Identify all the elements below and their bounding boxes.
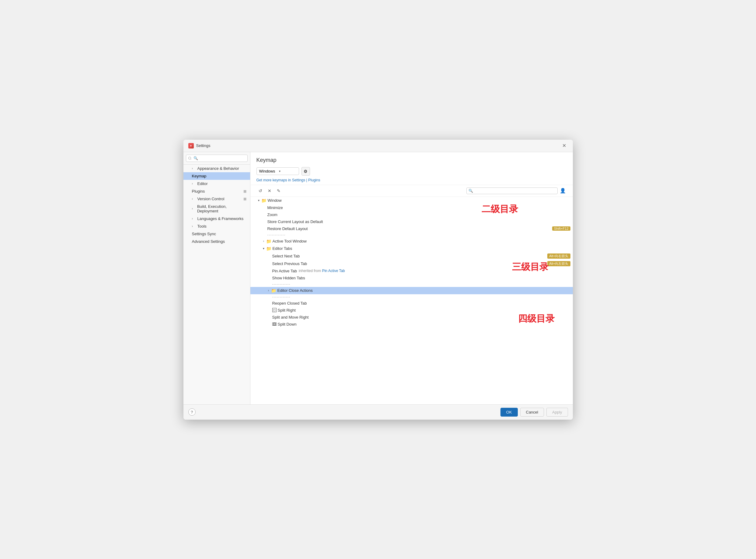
sidebar-search-input[interactable] [186, 155, 248, 162]
item-label: Reopen Closed Tab [272, 301, 307, 306]
item-label: Minimize [268, 205, 283, 210]
main-header: Keymap Windows ▾ ⚙ Get more keymaps in S… [250, 152, 573, 185]
shortcut-badge: Alt+向右箭头 [547, 253, 570, 259]
item-label: Editor Tabs [273, 246, 292, 251]
item-label: Select Next Tab [272, 254, 300, 258]
keymap-dropdown[interactable]: Windows ▾ [256, 167, 299, 175]
tree-item-splitandmoveright[interactable]: Split and Move Right [250, 314, 573, 321]
sidebar-item-keymap[interactable]: Keymap [183, 172, 250, 180]
plugins-link[interactable]: Plugins [308, 178, 320, 182]
dialog-title: Settings [196, 143, 210, 148]
settings-dialog: ♦ Settings ✕ › Appearance & Behavior Key… [183, 140, 573, 420]
app-icon: ♦ [188, 143, 194, 149]
shortcut-badge: Alt+向左箭头 [547, 261, 570, 266]
item-label: Restore Default Layout [268, 226, 308, 231]
tree-item-selectnexttab[interactable]: Select Next Tab Alt+向右箭头 [250, 252, 573, 260]
sidebar-item-label: Advanced Settings [192, 239, 225, 244]
sidebar-item-settingssync[interactable]: Settings Sync [183, 230, 250, 238]
sidebar-item-label: Appearance & Behavior [198, 166, 239, 171]
tree-item-pinactivetab[interactable]: Pin Active Tab inherited from Pin Active… [250, 267, 573, 274]
tree-item-showhiddentabs[interactable]: Show Hidden Tabs [250, 274, 573, 282]
tree-area: ▾ 📁 Window Minimize Zoom Store Curren [250, 197, 573, 404]
tree-item-editortabs[interactable]: ▾ 📁 Editor Tabs [250, 245, 573, 252]
separator-row: ------------ [250, 232, 573, 238]
vcs-icon: ▦ [244, 197, 247, 201]
tree-item-reopenclosed[interactable]: Reopen Closed Tab [250, 300, 573, 307]
sidebar-item-label: Languages & Frameworks [198, 216, 244, 221]
sidebar-item-label: Build, Execution, Deployment [197, 204, 247, 213]
inherited-link[interactable]: Pin Active Tab [322, 269, 345, 273]
tree-item-storelayout[interactable]: Store Current Layout as Default [250, 218, 573, 225]
sidebar-item-appearance[interactable]: › Appearance & Behavior [183, 165, 250, 172]
sidebar-item-label: Editor [198, 181, 208, 186]
sidebar-item-label: Plugins [192, 189, 205, 194]
edit-button[interactable]: ✎ [275, 187, 283, 195]
sidebar-item-versioncontrol[interactable]: › Version Control ▦ [183, 195, 250, 203]
toolbar: ↺ ✕ ✎ 🔍 👤 [250, 185, 573, 197]
toggle-icon: › [261, 240, 266, 243]
tree-wrapper: ▾ 📁 Window Minimize Zoom Store Curren [250, 197, 573, 328]
folder-icon: 📁 [271, 288, 276, 293]
item-label: Store Current Layout as Default [268, 219, 323, 224]
sidebar-item-plugins[interactable]: Plugins ▦ [183, 187, 250, 195]
tree-item-window[interactable]: ▾ 📁 Window [250, 197, 573, 204]
help-button[interactable]: ? [188, 408, 196, 416]
page-title: Keymap [256, 157, 567, 163]
keymap-links: Get more keymaps in Settings | Plugins [256, 178, 567, 182]
keymap-controls: Windows ▾ ⚙ [256, 167, 567, 176]
toolbar-search-input[interactable] [474, 189, 555, 193]
item-label: Pin Active Tab [272, 269, 297, 273]
footer-left: ? [188, 408, 196, 416]
item-label: Split Down [278, 322, 297, 327]
user-search-button[interactable]: 👤 [559, 187, 567, 195]
tree-item-splitright[interactable]: □ Split Right [250, 307, 573, 314]
tree-item-activetool[interactable]: › 📁 Active Tool Window [250, 238, 573, 245]
tree-item-zoom[interactable]: Zoom [250, 211, 573, 218]
remove-button[interactable]: ✕ [266, 187, 274, 195]
reset-button[interactable]: ↺ [256, 187, 265, 195]
dialog-footer: ? OK Cancel Apply [183, 404, 573, 420]
tree-item-editorclosactions[interactable]: › 📁 Editor Close Actions [250, 287, 573, 294]
inherited-text: inherited from Pin Active Tab [299, 269, 345, 273]
keymap-selected-value: Windows [259, 169, 277, 174]
sidebar-search-container [183, 152, 250, 165]
keymap-gear-button[interactable]: ⚙ [301, 167, 310, 176]
item-label: Zoom [268, 213, 277, 217]
separator-row: ------------ [250, 294, 573, 300]
tree-item-minimize[interactable]: Minimize [250, 204, 573, 211]
item-label: Show Hidden Tabs [272, 276, 305, 280]
chevron-right-icon: › [192, 182, 196, 185]
separator-row: ------------ [250, 282, 573, 287]
cancel-button[interactable]: Cancel [520, 408, 544, 417]
plugin-icon: ▦ [244, 189, 247, 193]
sidebar-item-build[interactable]: › Build, Execution, Deployment [183, 203, 250, 215]
sidebar-item-label: Keymap [192, 174, 207, 178]
chevron-right-icon: › [192, 207, 195, 210]
item-label: Active Tool Window [273, 239, 307, 243]
ok-button[interactable]: OK [501, 408, 518, 417]
toggle-icon: › [266, 289, 271, 292]
close-button[interactable]: ✕ [561, 142, 568, 150]
sidebar-item-advancedsettings[interactable]: Advanced Settings [183, 238, 250, 245]
toggle-icon: ▾ [261, 247, 266, 250]
folder-icon: 📁 [261, 198, 267, 203]
item-label: Split Right [278, 308, 296, 313]
split-down-icon: ⊟ [272, 322, 277, 326]
sidebar-item-label: Tools [198, 224, 207, 228]
dropdown-arrow-icon: ▾ [279, 170, 296, 173]
apply-button[interactable]: Apply [546, 408, 568, 417]
get-more-keymaps-link[interactable]: Get more keymaps in Settings [256, 178, 305, 182]
sidebar-item-editor[interactable]: › Editor [183, 180, 250, 187]
sidebar: › Appearance & Behavior Keymap › Editor … [183, 152, 250, 404]
tree-item-selectprevtab[interactable]: Select Previous Tab Alt+向左箭头 [250, 260, 573, 267]
footer-right: OK Cancel Apply [501, 408, 568, 417]
tree-item-splitdown[interactable]: ⊟ Split Down [250, 321, 573, 328]
dialog-content: › Appearance & Behavior Keymap › Editor … [183, 152, 573, 404]
item-label: Select Previous Tab [272, 261, 307, 266]
item-label: Window [268, 198, 282, 203]
sidebar-item-tools[interactable]: › Tools [183, 222, 250, 230]
tree-item-restorelayout[interactable]: Restore Default Layout Shift+F12 [250, 225, 573, 232]
toggle-icon: ▾ [256, 199, 261, 202]
sidebar-item-languages[interactable]: › Languages & Frameworks [183, 215, 250, 222]
title-bar-left: ♦ Settings [188, 143, 210, 149]
